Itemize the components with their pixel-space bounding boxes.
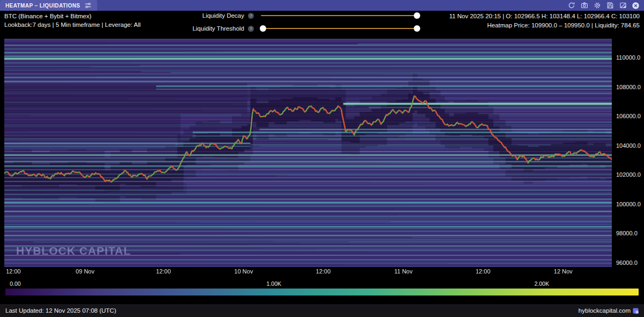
ohlc-line: 11 Nov 2025 20:15 | O: 102966.5 H: 10314… xyxy=(449,12,640,21)
tab-heatmap-liquidations[interactable]: HEATMAP – LIQUIDATIONS xyxy=(0,0,97,11)
info-icon[interactable]: ? xyxy=(248,26,254,32)
liquidity-decay-label: Liquidity Decay xyxy=(187,12,244,19)
lookback-label: Lookback:7 days | 5 Min timeframe | Leve… xyxy=(4,20,141,29)
export-image-icon[interactable] xyxy=(619,2,627,10)
save-icon[interactable] xyxy=(606,2,614,10)
colorbar-tick-label: 2.00K xyxy=(535,280,549,287)
chart-settings-info: BTC (Binance + Bybit + Bitmex) Lookback:… xyxy=(4,12,141,29)
x-tick-label: 12 Nov xyxy=(554,268,573,275)
info-icon[interactable]: ? xyxy=(248,13,254,19)
liquidation-heatmap-app: HEATMAP – LIQUIDATIONS xyxy=(0,0,644,317)
x-tick-label: 10 Nov xyxy=(235,268,253,275)
liquidity-decay-slider[interactable] xyxy=(261,11,419,20)
liquidity-threshold-row: Liquidity Threshold ? xyxy=(187,24,419,33)
y-tick-label: 104000.0 xyxy=(616,142,641,149)
titlebar-actions xyxy=(567,2,644,10)
heatmap-canvas[interactable] xyxy=(4,39,612,267)
y-tick-label: 102000.0 xyxy=(616,171,641,178)
y-tick-label: 110000.0 xyxy=(616,54,640,61)
y-tick-label: 108000.0 xyxy=(616,84,641,90)
slider-track[interactable] xyxy=(261,15,419,16)
hyblock-logo-icon xyxy=(633,308,639,314)
x-tick-label: 12:00 xyxy=(475,268,491,275)
x-tick-label: 12:00 xyxy=(316,268,331,275)
x-tick-label: 09 Nov xyxy=(76,268,94,275)
y-tick-label: 106000.0 xyxy=(616,113,641,119)
site-link-label: hyblockcapital.com xyxy=(579,307,631,314)
liquidity-threshold-label: Liquidity Threshold xyxy=(187,25,244,32)
x-tick-label: 12:00 xyxy=(6,268,21,275)
y-tick-label: 98000.0 xyxy=(616,230,638,236)
liquidity-threshold-slider[interactable] xyxy=(261,24,419,33)
slider-thumb-high[interactable] xyxy=(414,25,420,32)
screenshot-icon[interactable] xyxy=(580,2,588,10)
x-tick-label: 11 Nov xyxy=(394,268,413,275)
refresh-icon[interactable] xyxy=(567,2,575,10)
slider-track[interactable] xyxy=(261,28,419,29)
sliders-block: Liquidity Decay ? Liquidity Threshold ? xyxy=(187,11,419,37)
colorbar-tick-label: 1.00K xyxy=(267,280,281,287)
filters-icon[interactable] xyxy=(84,2,92,10)
liquidity-decay-row: Liquidity Decay ? xyxy=(187,11,419,20)
y-tick-label: 100000.0 xyxy=(616,201,641,207)
heatmap-hover-line: Heatmap Price: 109900.0 – 109950.0 | Liq… xyxy=(449,21,640,30)
y-tick-label: 96000.0 xyxy=(616,260,638,266)
ohlc-readout: 11 Nov 2025 20:15 | O: 102966.5 H: 10314… xyxy=(449,12,640,30)
x-tick-label: 12:00 xyxy=(156,268,171,275)
site-link[interactable]: hyblockcapital.com xyxy=(579,307,639,314)
slider-thumb-low[interactable] xyxy=(260,25,266,32)
settings-icon[interactable] xyxy=(593,2,601,10)
footer-bar: Last Updated: 12 Nov 2025 07:08 (UTC) hy… xyxy=(0,304,644,317)
tab-label: HEATMAP – LIQUIDATIONS xyxy=(5,3,80,9)
title-bar: HEATMAP – LIQUIDATIONS xyxy=(0,0,644,11)
colorbar xyxy=(5,289,639,296)
last-updated-label: Last Updated: 12 Nov 2025 07:08 (UTC) xyxy=(5,307,116,314)
colorbar-tick-label: 0.00 xyxy=(10,280,20,287)
slider-thumb[interactable] xyxy=(414,12,420,19)
close-icon[interactable] xyxy=(632,2,640,10)
instrument-label: BTC (Binance + Bybit + Bitmex) xyxy=(4,12,141,20)
